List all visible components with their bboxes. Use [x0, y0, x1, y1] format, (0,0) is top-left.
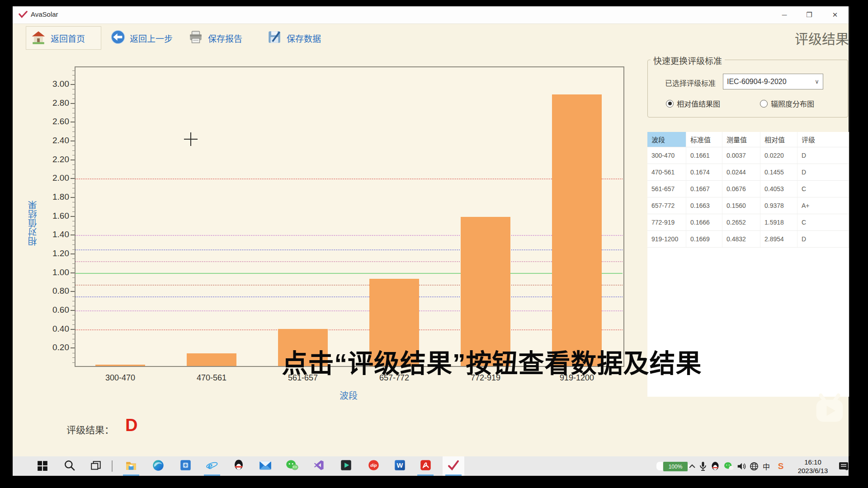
- standard-select[interactable]: IEC-60904-9-2020 ∨: [723, 74, 823, 89]
- table-cell[interactable]: C: [797, 181, 849, 197]
- taskbar-item-file-explorer[interactable]: [120, 456, 142, 476]
- y-minor-tick-icon: [72, 334, 75, 334]
- home-button[interactable]: 返回首页: [26, 26, 101, 50]
- table-cell[interactable]: 470-561: [647, 164, 686, 181]
- taskbar-item-internet-explorer[interactable]: e: [201, 456, 223, 476]
- table-cell[interactable]: A+: [797, 197, 849, 214]
- x-axis-title: 波段: [75, 389, 623, 402]
- table-cell[interactable]: 2.8954: [760, 231, 797, 248]
- y-minor-tick-icon: [72, 99, 75, 99]
- table-cell[interactable]: 0.4832: [722, 231, 760, 248]
- save-report-label: 保存报告: [208, 32, 242, 44]
- table-cell[interactable]: 0.0244: [722, 164, 760, 181]
- reference-line: [75, 296, 623, 297]
- table-cell[interactable]: 300-470: [647, 147, 686, 164]
- table-cell[interactable]: 0.0676: [722, 181, 760, 197]
- table-cell[interactable]: 0.1666: [686, 214, 722, 231]
- y-minor-tick-icon: [72, 174, 75, 174]
- tray-sogou-icon[interactable]: S: [775, 456, 787, 476]
- taskbar-item-task-view[interactable]: [85, 456, 107, 476]
- taskbar-item-qq[interactable]: [228, 456, 250, 476]
- radio-irradiance-dist[interactable]: 辐照度分布图: [760, 98, 814, 109]
- table-cell[interactable]: 0.1667: [686, 181, 722, 197]
- table-header-cell[interactable]: 波段: [647, 132, 686, 147]
- table-header-cell[interactable]: 标准值: [686, 132, 722, 147]
- tray-network-globe-icon[interactable]: [748, 456, 760, 476]
- maximize-button[interactable]: ❐: [799, 6, 820, 23]
- table-cell[interactable]: 0.0220: [760, 147, 797, 164]
- notification-center-icon[interactable]: [835, 456, 852, 476]
- tray-qq-icon[interactable]: [709, 456, 722, 476]
- back-arrow-icon: [111, 30, 125, 46]
- table-cell[interactable]: 0.1560: [722, 197, 760, 214]
- reference-line: [75, 329, 623, 330]
- table-cell[interactable]: 0.1669: [686, 231, 722, 248]
- start-icon: [37, 460, 48, 473]
- table-cell[interactable]: D: [797, 147, 849, 164]
- table-header-cell[interactable]: 评级: [797, 132, 849, 147]
- taskbar-item-search[interactable]: [59, 456, 80, 476]
- taskbar-item-word[interactable]: W: [389, 456, 410, 476]
- y-minor-tick-icon: [72, 221, 75, 221]
- close-button[interactable]: ✕: [825, 6, 845, 23]
- save-report-button[interactable]: 保存报告: [188, 26, 242, 50]
- taskbar-clock[interactable]: 16:10 2023/6/13: [793, 458, 833, 475]
- table-cell[interactable]: 772-919: [647, 214, 686, 231]
- taskbar-item-blue-app[interactable]: [175, 456, 196, 476]
- video-app-icon: [340, 459, 352, 473]
- y-major-tick-icon: [71, 253, 75, 254]
- reference-line: [75, 178, 623, 179]
- y-minor-tick-icon: [72, 226, 75, 226]
- radio-relative-result[interactable]: 相对值结果图: [666, 98, 720, 109]
- y-minor-tick-icon: [72, 207, 75, 207]
- taskbar-item-wechat[interactable]: [281, 456, 303, 476]
- table-header-cell[interactable]: 测量值: [722, 132, 760, 147]
- svg-text:dip: dip: [370, 463, 377, 468]
- tray-chevron-up-icon[interactable]: [687, 456, 697, 476]
- table-cell[interactable]: 0.0037: [722, 147, 760, 164]
- taskbar-item-edge[interactable]: [147, 456, 169, 476]
- table-cell[interactable]: 0.1663: [686, 197, 722, 214]
- save-data-button[interactable]: 保存数据: [267, 26, 321, 50]
- result-label: 评级结果：: [66, 422, 114, 436]
- table-cell[interactable]: 0.2652: [722, 214, 760, 231]
- table-cell[interactable]: 0.4053: [760, 181, 797, 197]
- y-minor-tick-icon: [72, 80, 75, 80]
- y-minor-tick-icon: [72, 183, 75, 184]
- y-minor-tick-icon: [72, 145, 75, 146]
- taskbar-item-start[interactable]: [32, 456, 53, 476]
- table-cell[interactable]: D: [797, 231, 849, 248]
- word-icon: W: [394, 459, 406, 473]
- table-cell[interactable]: D: [797, 164, 849, 181]
- y-minor-tick-icon: [72, 343, 75, 344]
- taskbar-item-video-app[interactable]: [335, 456, 357, 476]
- tray-microphone-icon[interactable]: [697, 456, 709, 476]
- table-cell[interactable]: 0.1661: [686, 147, 722, 164]
- battery-indicator[interactable]: 100%: [663, 461, 688, 472]
- table-cell[interactable]: 561-657: [647, 181, 686, 197]
- table-cell[interactable]: C: [797, 214, 849, 231]
- y-tick-label: 1.80: [33, 192, 69, 202]
- table-cell[interactable]: 0.1674: [686, 164, 722, 181]
- taskbar-item-mail[interactable]: [255, 456, 276, 476]
- back-button[interactable]: 返回上一步: [111, 26, 173, 50]
- table-header-cell[interactable]: 相对值: [760, 132, 797, 147]
- table-cell[interactable]: 0.1455: [760, 164, 797, 181]
- tray-ime-icon[interactable]: 中: [760, 456, 772, 476]
- minimize-button[interactable]: ─: [774, 6, 795, 23]
- table-cell[interactable]: 657-772: [647, 197, 686, 214]
- taskbar-item-visual-studio[interactable]: [308, 456, 330, 476]
- qq-icon: [233, 459, 244, 473]
- y-major-tick-icon: [71, 310, 75, 311]
- taskbar-item-acrobat[interactable]: [415, 456, 436, 476]
- table-cell[interactable]: 919-1200: [647, 231, 686, 248]
- table-cell[interactable]: 1.5918: [760, 214, 797, 231]
- overlay-caption: 点击“评级结果”按钮查看数据及结果: [180, 343, 804, 380]
- y-minor-tick-icon: [72, 164, 75, 165]
- tray-speaker-icon[interactable]: [735, 456, 748, 476]
- reference-line: [75, 249, 623, 250]
- tray-wechat-icon[interactable]: [722, 456, 735, 476]
- table-cell[interactable]: 0.9378: [760, 197, 797, 214]
- taskbar-item-red-circle-app[interactable]: dip: [363, 456, 384, 476]
- taskbar-item-avasolar[interactable]: [443, 456, 464, 476]
